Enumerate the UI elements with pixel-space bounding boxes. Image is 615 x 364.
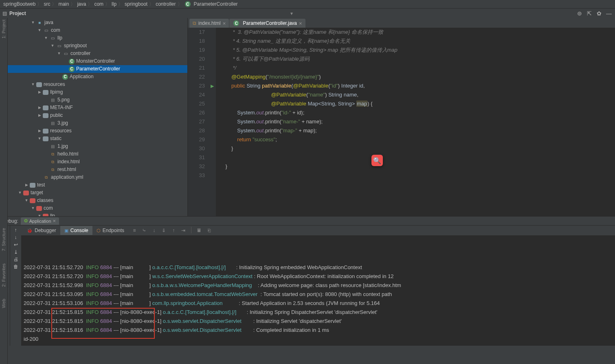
tree-node[interactable]: ⧉hello.html [8,150,187,158]
threads-icon[interactable]: ≡ [131,227,138,234]
project-title[interactable]: Project [9,11,288,16]
tree-node[interactable]: ▤3.jpg [8,119,187,127]
trace-icon[interactable]: ⎗ [205,227,213,234]
tree-node[interactable]: ▭com [8,26,187,34]
breadcrumb-item[interactable]: llp [112,1,116,7]
tree-node[interactable]: classes [8,197,187,204]
line-number[interactable]: 30 [188,144,205,153]
tree-node[interactable]: ▭llp [8,34,187,42]
tree-node[interactable]: CApplication [8,73,187,81]
editor-tab[interactable]: CParameterController.java× [229,19,305,28]
code-line[interactable]: * 6. 可以看下@PathVariable源码 [220,55,612,64]
code-line[interactable]: * 3. @PathVariable("name"): 这里name 和{nam… [220,28,612,37]
line-number[interactable]: 18 [188,37,205,46]
disclosure-closed-icon[interactable] [24,181,29,189]
step-over-icon[interactable]: ⤷ [141,227,148,234]
disclosure-open-icon[interactable] [31,204,35,212]
tab-debugger[interactable]: 🐞 Debugger [23,226,60,235]
code-line[interactable]: } [220,162,612,171]
disclosure-open-icon[interactable] [50,42,55,50]
code-line[interactable] [220,171,612,180]
breadcrumb-item[interactable]: src [44,1,50,7]
code-line[interactable]: */ [220,64,612,72]
code-line[interactable]: System.out.println("id-" + id); [220,108,612,117]
console-print-icon[interactable]: 🖨 [13,257,18,262]
breadcrumb-item[interactable]: CParameterController [184,1,238,7]
line-number[interactable]: 19 [188,46,205,55]
breadcrumb-item[interactable]: springBootweb [3,1,35,7]
collapse-all-icon[interactable]: ⇱ [586,10,593,17]
code-line[interactable]: @GetMapping("/monster/{id}/{name}") [220,72,612,81]
locate-icon[interactable]: ⊚ [576,10,583,17]
tree-node[interactable]: CParameterController [8,65,187,73]
console-wrap-icon[interactable]: ↩ [14,242,18,248]
tree-node[interactable]: com [8,204,187,212]
disclosure-closed-icon[interactable] [37,127,42,135]
disclosure-closed-icon[interactable] [37,112,42,119]
disclosure-open-icon[interactable] [24,197,29,204]
line-number[interactable]: 32 [188,162,205,171]
tree-node[interactable]: resources [8,127,187,135]
code-line[interactable]: System.out.println("name-" + name); [220,117,612,126]
disclosure-open-icon[interactable] [44,34,48,42]
code-line[interactable] [220,153,612,162]
disclosure-open-icon[interactable] [31,81,35,88]
line-number[interactable]: 17 [188,28,205,37]
tree-node[interactable]: ⧉application.yml [8,173,187,181]
tree-node[interactable]: target [8,189,187,197]
step-into-icon[interactable]: ↓ [150,227,158,234]
console-clear-icon[interactable]: 🗑 [13,264,18,270]
disclosure-open-icon[interactable] [57,50,62,57]
close-icon[interactable]: × [223,20,226,26]
breadcrumb-item[interactable]: java [77,1,86,7]
tree-node[interactable]: llp [8,212,187,216]
console-output[interactable]: 2022-07-31 21:51:52.720 INFO 6884 --- [m… [21,235,615,346]
tree-node[interactable]: ▤5.png [8,96,187,104]
disclosure-open-icon[interactable] [37,212,42,216]
line-number[interactable]: 26 [188,108,205,117]
code-line[interactable]: } [220,144,612,153]
tree-node[interactable]: CMonsterController [8,57,187,65]
line-number[interactable]: 27 [188,117,205,126]
tab-endpoints[interactable]: ⬡ Endpoints [92,226,128,235]
code-line[interactable]: @PathVariable("name") String name, [220,90,612,99]
step-out-icon[interactable]: ↑ [170,227,177,234]
disclosure-open-icon[interactable] [37,135,42,143]
close-icon[interactable]: × [53,218,56,224]
code-line[interactable]: return "success"; [220,135,612,144]
tree-node[interactable]: ■java [8,19,187,26]
line-number[interactable]: 25 [188,99,205,108]
search-popup-icon[interactable]: 🔍 [371,155,383,166]
force-step-into-icon[interactable]: ⇓ [160,227,167,234]
code-line[interactable]: * 5. @PathVariable Map<String, String> m… [220,46,612,55]
line-number[interactable]: 21 [188,64,205,72]
line-number[interactable]: 31 [188,153,205,162]
breadcrumb-item[interactable]: springboot [125,1,147,7]
tree-node[interactable]: resources [8,81,187,88]
console-up-icon[interactable]: ↑ [15,227,17,233]
line-number[interactable]: 29 [188,135,205,144]
line-number[interactable]: 28 [188,126,205,135]
tree-node[interactable]: llpimg [8,88,187,96]
toolwindow-structure[interactable]: 7: Structure [1,228,6,251]
tree-node[interactable]: ▤1.jpg [8,143,187,150]
tree-node[interactable]: ▭controller [8,50,187,57]
hide-icon[interactable]: — [605,10,613,17]
breadcrumb-item[interactable]: controller [156,1,176,7]
run-gutter-icon[interactable]: ▶ [211,81,214,90]
tree-node[interactable]: ⧉rest.html [8,166,187,173]
breadcrumb-item[interactable]: main [58,1,69,7]
tree-node[interactable]: public [8,112,187,119]
code-line[interactable]: public String pathVariable(@PathVariable… [220,81,612,90]
project-view-icon[interactable]: ▤ [2,11,7,16]
tree-node[interactable]: ▭springboot [8,42,187,50]
toolwindow-favorites[interactable]: 2: Favorites [1,263,6,287]
debug-run-config-tab[interactable]: ❂ Application × [21,217,59,225]
settings-icon[interactable]: ✿ [595,10,603,17]
toolwindow-project[interactable]: 1: Project [1,20,6,38]
breadcrumb-item[interactable]: com [94,1,103,7]
disclosure-closed-icon[interactable] [37,104,42,112]
code-line[interactable]: * 4. String name_ 这里自定义，和{name}命名无关 [220,37,612,46]
evaluate-icon[interactable]: 🖩 [195,227,203,234]
close-icon[interactable]: × [299,20,302,26]
